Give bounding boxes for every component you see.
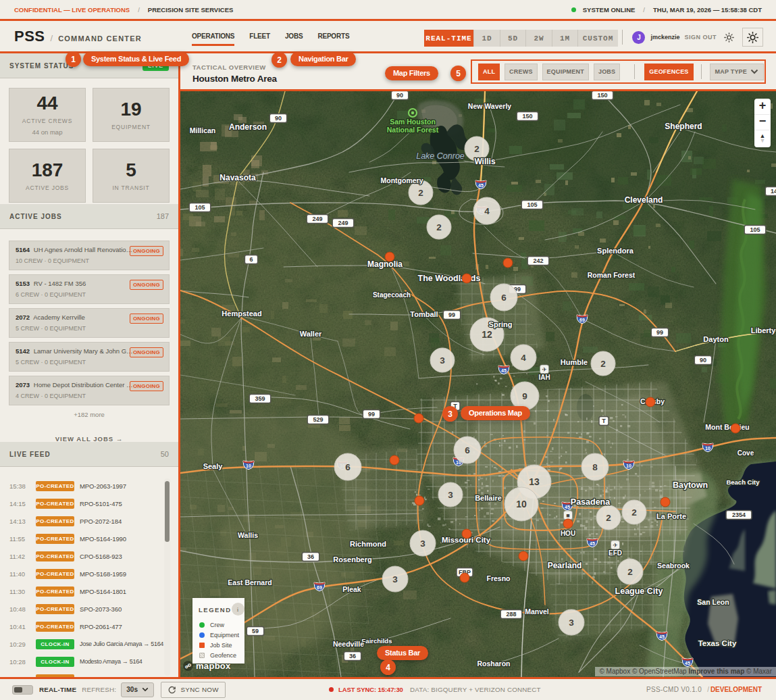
svg-text:3: 3 — [569, 618, 574, 628]
svg-text:150: 150 — [522, 113, 532, 120]
svg-text:Rosenberg: Rosenberg — [333, 555, 371, 564]
svg-text:13: 13 — [529, 476, 540, 487]
svg-text:Wallis: Wallis — [238, 531, 258, 539]
svg-text:Sealy: Sealy — [203, 462, 224, 470]
svg-text:T: T — [602, 418, 606, 424]
svg-text:2: 2 — [474, 144, 480, 154]
svg-text:6: 6 — [345, 462, 351, 472]
svg-text:Navasota: Navasota — [219, 173, 256, 182]
svg-text:10: 10 — [626, 464, 631, 468]
svg-text:East Bernard: East Bernard — [228, 578, 271, 586]
svg-text:249: 249 — [312, 216, 322, 222]
svg-text:90: 90 — [700, 357, 706, 364]
svg-text:3: 3 — [420, 539, 425, 549]
svg-text:League City: League City — [615, 586, 663, 596]
svg-text:288: 288 — [506, 611, 516, 618]
svg-text:45: 45 — [501, 368, 507, 373]
svg-text:105: 105 — [195, 204, 205, 211]
svg-text:8: 8 — [592, 462, 598, 472]
svg-text:Stagecoach: Stagecoach — [373, 291, 411, 299]
svg-text:Pasadena: Pasadena — [571, 497, 611, 507]
svg-text:6: 6 — [465, 445, 470, 455]
svg-text:69: 69 — [317, 585, 322, 590]
svg-text:Texas City: Texas City — [698, 639, 737, 647]
svg-text:Anderson: Anderson — [229, 122, 267, 132]
svg-text:Cleveland: Cleveland — [625, 195, 663, 205]
svg-text:✈: ✈ — [542, 366, 547, 373]
svg-text:3: 3 — [440, 355, 445, 366]
svg-text:59: 59 — [252, 628, 259, 634]
svg-text:2: 2 — [418, 188, 423, 198]
svg-text:Richmond: Richmond — [350, 540, 386, 548]
svg-text:6: 6 — [501, 293, 507, 303]
svg-text:Spring: Spring — [489, 320, 513, 328]
svg-text:Dayton: Dayton — [703, 335, 729, 343]
svg-text:Humble: Humble — [561, 358, 588, 366]
svg-text:36: 36 — [349, 653, 356, 659]
svg-text:Seabrook: Seabrook — [657, 561, 690, 570]
svg-text:■: ■ — [566, 512, 569, 519]
svg-text:Beach City: Beach City — [726, 478, 760, 486]
svg-text:90: 90 — [275, 115, 282, 122]
svg-text:45: 45 — [659, 634, 665, 639]
svg-text:6: 6 — [249, 256, 253, 263]
svg-text:Bellaire: Bellaire — [475, 494, 502, 502]
svg-text:IAH: IAH — [538, 374, 550, 381]
svg-text:10: 10 — [705, 446, 710, 451]
svg-text:242: 242 — [533, 257, 543, 264]
svg-text:69: 69 — [579, 318, 585, 322]
svg-text:Needville: Needville — [333, 640, 364, 648]
svg-text:2: 2 — [631, 507, 637, 518]
svg-text:Magnolia: Magnolia — [367, 259, 403, 269]
svg-text:Baytown: Baytown — [673, 480, 708, 490]
svg-text:2: 2 — [606, 513, 611, 523]
svg-text:Rosharon: Rosharon — [477, 659, 510, 668]
svg-text:Sam Houston: Sam Houston — [390, 118, 436, 126]
svg-text:90: 90 — [396, 92, 403, 99]
svg-text:HOU: HOU — [561, 530, 575, 537]
svg-text:2: 2 — [436, 222, 442, 232]
svg-text:✈: ✈ — [613, 542, 618, 549]
svg-text:Pleak: Pleak — [342, 585, 361, 593]
svg-text:New Waverly: New Waverly — [468, 102, 512, 110]
svg-text:36: 36 — [307, 553, 314, 560]
svg-text:99: 99 — [368, 411, 375, 418]
svg-text:2: 2 — [600, 359, 606, 369]
svg-text:Cove: Cove — [738, 449, 754, 457]
svg-text:Tomball: Tomball — [410, 310, 438, 318]
svg-text:National Forest: National Forest — [387, 126, 439, 134]
svg-text:10: 10 — [246, 464, 251, 468]
svg-text:3: 3 — [392, 574, 398, 584]
svg-text:Pearland: Pearland — [548, 561, 582, 570]
svg-text:45: 45 — [590, 541, 595, 546]
svg-text:45: 45 — [565, 505, 570, 509]
svg-text:150: 150 — [597, 92, 607, 99]
svg-text:Lake Conroe: Lake Conroe — [416, 151, 465, 161]
svg-text:Hempstead: Hempstead — [222, 309, 261, 318]
svg-text:105: 105 — [750, 226, 760, 233]
svg-text:529: 529 — [313, 416, 323, 423]
svg-text:Fairchilds: Fairchilds — [362, 637, 392, 645]
svg-text:9: 9 — [522, 391, 527, 401]
svg-text:2: 2 — [627, 567, 633, 577]
svg-text:2354: 2354 — [732, 511, 746, 518]
svg-text:Mont Belvieu: Mont Belvieu — [705, 423, 749, 431]
svg-text:San Leon: San Leon — [697, 598, 729, 606]
svg-text:EFD: EFD — [609, 549, 622, 557]
svg-text:45: 45 — [685, 661, 690, 666]
svg-text:10: 10 — [516, 499, 527, 509]
svg-text:Roman Forest: Roman Forest — [588, 271, 636, 279]
svg-text:4: 4 — [484, 206, 490, 216]
svg-text:4: 4 — [521, 353, 526, 363]
svg-text:Fresno: Fresno — [486, 574, 510, 582]
svg-text:3: 3 — [448, 490, 453, 500]
svg-text:Liberty: Liberty — [751, 326, 776, 334]
svg-text:Shepherd: Shepherd — [665, 122, 702, 131]
svg-text:45: 45 — [478, 183, 484, 188]
svg-text:359: 359 — [255, 395, 265, 402]
svg-text:La Porte: La Porte — [656, 512, 686, 520]
svg-text:12: 12 — [482, 329, 492, 340]
svg-text:Willis: Willis — [474, 157, 496, 166]
svg-text:Manvel: Manvel — [525, 607, 549, 616]
svg-text:Montgomery: Montgomery — [381, 176, 423, 184]
